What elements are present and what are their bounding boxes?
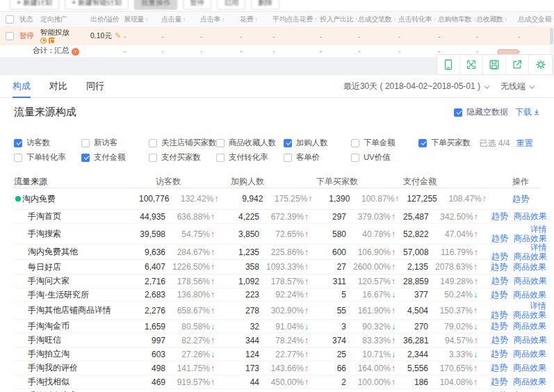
ops-link-趋势[interactable]: 趋势 <box>491 252 508 261</box>
checkbox-icon[interactable] <box>454 108 462 117</box>
checkbox-icon[interactable] <box>81 154 90 162</box>
ops-link-趋势[interactable]: 趋势 <box>491 377 507 386</box>
metric-checkbox-下单转化率[interactable]: 下单转化率 <box>14 152 81 163</box>
new-smart-campaign-button[interactable]: + 新建智能计划 <box>65 0 129 10</box>
table-row[interactable]: 淘内免费其他9,636284.67%↑1,235225.86%↑600106.9… <box>14 244 540 259</box>
metric-checkbox-下单买家数[interactable]: 下单买家数 <box>418 138 486 148</box>
metric-checkbox-支付金额[interactable]: 支付金额 <box>81 152 149 163</box>
ads-col-header[interactable]: 点击量↑ <box>161 15 200 24</box>
ops-link-趋势[interactable]: 趋势 <box>491 211 508 221</box>
checkbox-icon[interactable] <box>351 139 359 147</box>
checkbox-icon[interactable] <box>14 154 22 162</box>
metric-checkbox-新访客[interactable]: 新访客 <box>81 138 149 148</box>
checkbox-icon[interactable] <box>81 139 90 147</box>
ops-link-趋势[interactable]: 趋势 <box>512 194 529 204</box>
ads-col-header[interactable]: 花费↑ <box>240 15 272 24</box>
table-row[interactable]: 手淘消息中心41192.06%↑89106.98%↑5951.28%↑5,496… <box>14 389 540 392</box>
help-icon[interactable]: ? <box>72 48 79 56</box>
ops-link-趋势[interactable]: 趋势 <box>491 234 508 243</box>
table-row[interactable]: 手淘问大家2,716178.56%↑1,092178.57%↑311120.57… <box>14 274 540 288</box>
ops-link-趋势[interactable]: 趋势 <box>491 310 507 320</box>
mobile-preview-icon[interactable] <box>437 55 460 74</box>
ops-link-趋势[interactable]: 趋势 <box>491 290 507 300</box>
table-row[interactable]: 手淘淘金币1,65980.58%↓3291.04%↓390.32%↓27079.… <box>14 319 540 333</box>
ops-link-商品效果[interactable]: 商品效果 <box>513 310 546 320</box>
checkbox-icon[interactable] <box>149 139 157 147</box>
checkbox-icon[interactable] <box>149 154 157 162</box>
ops-link-详情[interactable]: 详情 <box>530 301 546 311</box>
checkbox-icon[interactable] <box>284 154 292 162</box>
ads-col-header[interactable]: 总收藏数↑ <box>476 15 518 24</box>
ops-link-商品效果[interactable]: 商品效果 <box>513 262 546 272</box>
ops-link-商品效果[interactable]: 商品效果 <box>513 363 546 373</box>
ads-col-header[interactable]: 总购物车数↑ <box>438 15 476 24</box>
metric-checkbox-加购人数[interactable]: 加购人数 <box>284 138 351 148</box>
reset-link[interactable]: 重置 <box>516 138 533 148</box>
campaign-name[interactable]: 智能投放 <box>40 28 90 36</box>
checkbox-icon[interactable] <box>418 139 427 147</box>
ops-link-商品效果[interactable]: 商品效果 <box>514 252 547 261</box>
enable-button[interactable]: 启用 <box>217 0 245 10</box>
checkbox-icon[interactable] <box>351 154 359 162</box>
metric-checkbox-客单价[interactable]: 客单价 <box>284 152 351 163</box>
ops-link-趋势[interactable]: 趋势 <box>491 349 507 359</box>
checkbox-icon[interactable] <box>284 139 292 147</box>
table-row[interactable]: 手淘拍立淘60327.26%↓12422.77%↑2510.71%↓2,3443… <box>14 347 540 361</box>
campaign-row[interactable]: 暂停 智能投放 0.10元✎ ----------- <box>0 26 554 45</box>
table-row[interactable]: 淘内免费100,776132.42%↑9,942175.25%↑1,390100… <box>14 188 540 209</box>
delete-button[interactable]: 删除 <box>251 0 279 10</box>
edit-bid-icon[interactable]: ✎ <box>115 31 121 40</box>
ops-link-商品效果[interactable]: 商品效果 <box>513 377 546 386</box>
scrollbar-thumb[interactable] <box>550 28 553 44</box>
tab-compare[interactable]: 对比 <box>49 75 67 98</box>
ads-col-header[interactable]: 点击转化率↑ <box>398 15 438 24</box>
table-row[interactable]: 手淘搜索39,59854.75%↑3,85072.65%↑58040.78%↑5… <box>14 223 540 244</box>
table-row[interactable]: 手淘旺信99782.27%↑34478.24%↑37483.33%↑36,281… <box>14 333 540 347</box>
select-all-checkbox[interactable] <box>6 15 14 24</box>
metric-checkbox-访客数[interactable]: 访客数 <box>14 138 81 148</box>
table-row[interactable]: 每日好店6,4071226.50%↑3581093.33%↑272600.00%… <box>14 259 540 274</box>
scrollbar[interactable] <box>549 25 554 57</box>
batch-actions-button[interactable]: 批量操作 <box>134 0 177 10</box>
ops-link-趋势[interactable]: 趋势 <box>491 262 507 272</box>
table-row[interactable]: 手淘·生活研究所2,683136.80%↑22392.24%↑516.67%↓3… <box>14 288 540 301</box>
download-link[interactable]: 下载 <box>515 106 540 118</box>
table-row[interactable]: 手淘我的评价498141.75%↑173143.66%↑66164.00%↑5,… <box>14 361 540 375</box>
settings-icon[interactable] <box>529 55 552 74</box>
checkbox-icon[interactable] <box>216 154 225 162</box>
save-icon[interactable] <box>483 55 506 74</box>
table-row[interactable]: 手淘找相似469919.57%↑44450.00%↑2100.00%↑18610… <box>14 375 540 389</box>
ops-link-商品效果[interactable]: 商品效果 <box>513 349 546 359</box>
ops-link-趋势[interactable]: 趋势 <box>491 276 508 286</box>
ops-link-趋势[interactable]: 趋势 <box>491 335 508 345</box>
fullscreen-icon[interactable] <box>460 55 483 74</box>
new-campaign-button[interactable]: + 新建计划 <box>10 0 59 10</box>
ads-col-header[interactable]: 点击率↑ <box>200 15 240 24</box>
ads-col-header[interactable]: 投入产出比↑ <box>320 15 358 24</box>
metric-checkbox-支付买家数[interactable]: 支付买家数 <box>149 152 216 163</box>
ops-link-详情[interactable]: 详情 <box>530 224 547 234</box>
ads-col-header[interactable]: 展现量↑ <box>124 15 161 24</box>
tab-composition[interactable]: 构成 <box>13 75 31 98</box>
export-icon[interactable] <box>506 55 529 74</box>
table-row[interactable]: 手淘其他店铺商品详情2,276658.67%↑278302.90%↑55161.… <box>14 301 540 319</box>
metric-checkbox-下单金额[interactable]: 下单金额 <box>351 138 418 148</box>
tab-peers[interactable]: 同行 <box>86 75 104 98</box>
metric-checkbox-UV价值[interactable]: UV价值 <box>351 152 418 163</box>
date-range-selector[interactable]: 最近30天 ( 2018-04-02~2018-05-01 ) <box>343 81 488 92</box>
ads-col-header[interactable]: 总成交金额↑ <box>518 15 554 24</box>
ops-link-商品效果[interactable]: 商品效果 <box>514 276 547 286</box>
metric-checkbox-关注店铺买家数[interactable]: 关注店铺买家数 <box>149 138 216 148</box>
ads-col-header[interactable]: 总成交笔数↑ <box>358 15 398 24</box>
ops-link-商品效果[interactable]: 商品效果 <box>513 321 546 331</box>
ops-link-商品效果[interactable]: 商品效果 <box>513 290 546 300</box>
table-row[interactable]: 手淘首页44,935636.88%↑4,225672.39%↑297379.03… <box>14 209 540 223</box>
row-checkbox[interactable] <box>6 32 14 40</box>
pause-button[interactable]: 暂停 <box>183 0 211 10</box>
ops-link-商品效果[interactable]: 商品效果 <box>514 234 547 243</box>
ops-link-商品效果[interactable]: 商品效果 <box>514 211 547 221</box>
ops-link-详情[interactable]: 详情 <box>530 243 547 252</box>
hide-empty-checkbox[interactable]: 隐藏空数据 <box>454 106 508 118</box>
ops-link-商品效果[interactable]: 商品效果 <box>514 335 547 345</box>
ads-col-header[interactable]: 平均点击花费↑ <box>272 15 320 24</box>
